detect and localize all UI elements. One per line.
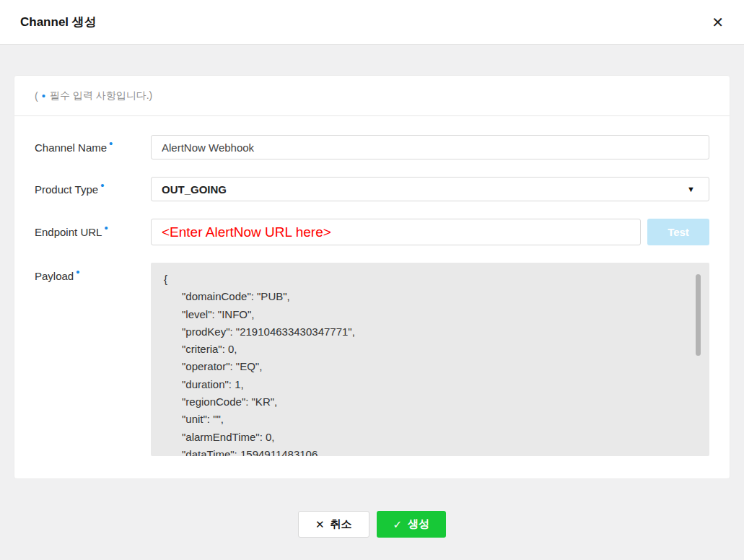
required-dot-icon: •	[76, 266, 79, 278]
product-type-row: Product Type• OUT_GOING ▼	[35, 177, 709, 201]
endpoint-url-label-text: Endpoint URL	[35, 226, 102, 238]
x-icon: ✕	[315, 518, 325, 531]
product-type-field: OUT_GOING ▼	[151, 177, 709, 201]
modal-footer: ✕ 취소 ✓ 생성	[0, 511, 744, 538]
required-dot-icon: •	[100, 179, 104, 191]
endpoint-url-label: Endpoint URL•	[35, 226, 151, 238]
required-note-text: 필수 입력 사항입니다.)	[50, 89, 152, 102]
test-button[interactable]: Test	[647, 219, 709, 245]
form-card: ( • 필수 입력 사항입니다.) Channel Name• Product …	[14, 75, 730, 479]
create-button[interactable]: ✓ 생성	[377, 511, 447, 538]
channel-form: Channel Name• Product Type• OUT_GOING ▼	[14, 116, 730, 456]
required-note-prefix: (	[35, 90, 38, 102]
check-icon: ✓	[393, 518, 403, 531]
endpoint-url-row: Endpoint URL• Test	[35, 219, 709, 245]
payload-scrollbar[interactable]	[696, 274, 701, 356]
product-type-select[interactable]: OUT_GOING ▼	[151, 177, 709, 201]
required-dot-icon: •	[104, 222, 108, 234]
product-type-value: OUT_GOING	[162, 183, 227, 196]
required-dot-icon: •	[42, 89, 45, 102]
channel-name-row: Channel Name•	[35, 135, 709, 159]
payload-textarea[interactable]: { "domainCode": "PUB", "level": "INFO", …	[151, 263, 709, 456]
cancel-button[interactable]: ✕ 취소	[298, 511, 369, 538]
channel-name-input[interactable]	[151, 135, 709, 159]
channel-name-label-text: Channel Name	[35, 141, 107, 154]
create-button-label: 생성	[408, 517, 429, 531]
product-type-label-text: Product Type	[35, 183, 98, 196]
payload-json-text: { "domainCode": "PUB", "level": "INFO", …	[151, 263, 709, 456]
payload-field: { "domainCode": "PUB", "level": "INFO", …	[151, 263, 709, 456]
cancel-button-label: 취소	[331, 517, 352, 531]
chevron-down-icon: ▼	[687, 185, 695, 193]
required-dot-icon: •	[109, 137, 113, 149]
required-note: ( • 필수 입력 사항입니다.)	[14, 76, 730, 116]
payload-label-text: Payload	[35, 270, 74, 282]
endpoint-url-field: Test	[151, 219, 709, 245]
modal-header: Channel 생성 ✕	[0, 0, 744, 45]
payload-label: Payload•	[35, 263, 151, 282]
product-type-label: Product Type•	[35, 183, 151, 196]
channel-name-label: Channel Name•	[35, 141, 151, 154]
close-icon[interactable]: ✕	[710, 14, 725, 31]
channel-create-modal: Channel 생성 ✕ ( • 필수 입력 사항입니다.) Channel N…	[0, 0, 744, 538]
channel-name-field	[151, 135, 709, 159]
modal-title: Channel 생성	[20, 14, 97, 30]
endpoint-url-input[interactable]	[151, 219, 641, 245]
payload-row: Payload• { "domainCode": "PUB", "level":…	[35, 263, 709, 456]
